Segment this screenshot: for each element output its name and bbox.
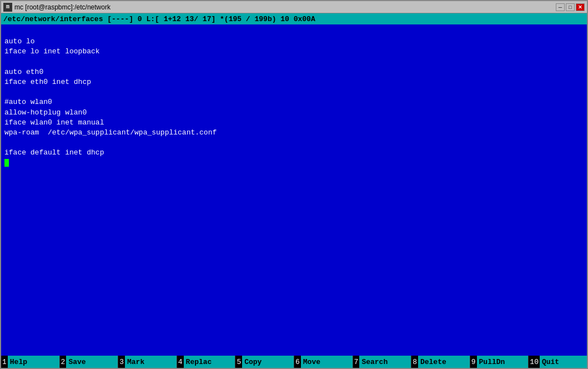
f4-num: 4 bbox=[177, 356, 184, 368]
f8-num: 8 bbox=[411, 356, 418, 368]
file-status-bar: /etc/network/interfaces [----] 0 L:[ 1+1… bbox=[1, 13, 587, 24]
editor-line-1: auto lo iface lo inet loopback auto eth0… bbox=[4, 37, 217, 157]
f7-search[interactable]: 7 Search bbox=[353, 356, 412, 368]
f3-num: 3 bbox=[118, 356, 125, 368]
f10-label: Quit bbox=[540, 356, 587, 368]
f7-num: 7 bbox=[353, 356, 360, 368]
minimize-button[interactable]: ─ bbox=[556, 3, 565, 11]
f7-label: Search bbox=[359, 356, 411, 368]
f2-save[interactable]: 2 Save bbox=[60, 356, 119, 368]
status-text: /etc/network/interfaces [----] 0 L:[ 1+1… bbox=[3, 15, 315, 23]
f10-num: 10 bbox=[529, 356, 540, 368]
f10-quit[interactable]: 10 Quit bbox=[529, 356, 587, 368]
f4-replac[interactable]: 4 Replac bbox=[177, 356, 236, 368]
f9-label: PullDn bbox=[477, 356, 529, 368]
app-icon: m bbox=[3, 3, 12, 12]
f8-delete[interactable]: 8 Delete bbox=[411, 356, 470, 368]
text-cursor bbox=[4, 159, 9, 167]
f5-num: 5 bbox=[235, 356, 242, 368]
main-window: m mc [root@raspbmc]:/etc/network ─ □ ✕ /… bbox=[0, 0, 588, 369]
f1-label: Help bbox=[8, 356, 59, 368]
f1-help[interactable]: 1 Help bbox=[1, 356, 60, 368]
f2-label: Save bbox=[66, 356, 118, 368]
window-controls: ─ □ ✕ bbox=[556, 3, 585, 11]
f3-mark[interactable]: 3 Mark bbox=[118, 356, 177, 368]
title-bar: m mc [root@raspbmc]:/etc/network ─ □ ✕ bbox=[1, 1, 587, 13]
f2-num: 2 bbox=[60, 356, 67, 368]
maximize-button[interactable]: □ bbox=[566, 3, 575, 11]
function-key-bar: 1 Help 2 Save 3 Mark 4 Replac 5 Copy 6 M… bbox=[1, 356, 587, 368]
f4-label: Replac bbox=[184, 356, 235, 368]
f6-move[interactable]: 6 Move bbox=[294, 356, 353, 368]
f1-num: 1 bbox=[1, 356, 8, 368]
f5-label: Copy bbox=[242, 356, 294, 368]
f3-label: Mark bbox=[125, 356, 177, 368]
title-bar-left: m mc [root@raspbmc]:/etc/network bbox=[3, 3, 110, 12]
f5-copy[interactable]: 5 Copy bbox=[235, 356, 294, 368]
f6-label: Move bbox=[301, 356, 353, 368]
f9-pulldn[interactable]: 9 PullDn bbox=[470, 356, 529, 368]
close-button[interactable]: ✕ bbox=[576, 3, 585, 11]
f8-label: Delete bbox=[418, 356, 470, 368]
editor-content[interactable]: auto lo iface lo inet loopback auto eth0… bbox=[1, 24, 587, 356]
f9-num: 9 bbox=[470, 356, 477, 368]
f6-num: 6 bbox=[294, 356, 301, 368]
window-title: mc [root@raspbmc]:/etc/network bbox=[14, 3, 110, 11]
